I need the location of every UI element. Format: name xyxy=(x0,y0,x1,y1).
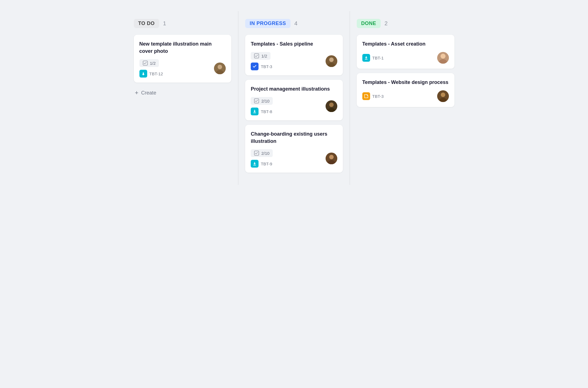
avatar xyxy=(326,55,337,67)
checklist-icon xyxy=(254,53,259,58)
card-inprogress-1[interactable]: Templates - Sales pipeline 1/2 xyxy=(245,35,343,75)
ticket-id: TBT-12 xyxy=(149,71,163,76)
svg-rect-19 xyxy=(365,59,368,59)
column-inprogress: IN PROGRESS 4 Templates - Sales pipeline… xyxy=(238,11,350,185)
inprogress-badge: IN PROGRESS xyxy=(245,19,291,28)
ticket-id: TBT-8 xyxy=(261,109,272,114)
checklist-count: 1/2 xyxy=(261,54,267,58)
card-done-1[interactable]: Templates - Asset creation TBT-1 xyxy=(357,35,454,69)
kanban-board: TO DO 1 New template illustration main c… xyxy=(127,11,461,185)
card-meta-left: 2/10 TBT-8 xyxy=(251,97,273,115)
todo-badge: TO DO xyxy=(134,19,159,28)
ticket-icon-yellow xyxy=(362,92,370,100)
card-title: Project management illustrations xyxy=(251,85,337,93)
avatar xyxy=(326,153,337,164)
ticket-icon-cyan xyxy=(139,70,147,78)
avatar-image xyxy=(437,90,449,102)
checklist-count: 1/2 xyxy=(150,61,156,66)
ticket-icon-cyan xyxy=(251,108,259,115)
column-inprogress-header: IN PROGRESS 4 xyxy=(245,19,343,28)
checklist-icon xyxy=(143,61,148,66)
card-meta-left: 1/2 TBT-12 xyxy=(139,59,163,78)
card-title: Templates - Asset creation xyxy=(362,40,449,48)
card-meta: 1/2 TBT-12 xyxy=(139,59,226,78)
avatar xyxy=(437,90,449,102)
column-done-header: DONE 2 xyxy=(357,19,454,28)
checklist-badge: 1/2 xyxy=(139,59,159,67)
ticket-id: TBT-3 xyxy=(261,64,272,69)
avatar xyxy=(214,63,226,74)
svg-point-7 xyxy=(329,58,334,62)
svg-point-24 xyxy=(441,93,445,97)
inprogress-count: 4 xyxy=(294,20,297,27)
avatar xyxy=(326,100,337,112)
done-badge: DONE xyxy=(357,19,381,28)
plus-icon: + xyxy=(135,89,139,96)
card-title: Templates - Website design process xyxy=(362,79,449,86)
svg-rect-15 xyxy=(253,165,256,165)
ticket-row: TBT-12 xyxy=(139,70,163,78)
ticket-icon-blue-check xyxy=(251,63,259,70)
ticket-row: TBT-9 xyxy=(251,160,273,168)
ticket-icon-cyan xyxy=(251,160,259,168)
ticket-id: TBT-9 xyxy=(261,161,272,166)
checklist-icon xyxy=(254,151,259,156)
avatar-image xyxy=(326,100,337,112)
column-done: DONE 2 Templates - Asset creation TBT-1 xyxy=(350,11,461,185)
checklist-count: 2/10 xyxy=(261,99,269,103)
card-meta: 2/10 TBT-9 xyxy=(251,149,337,168)
checklist-icon xyxy=(254,98,259,103)
column-todo: TO DO 1 New template illustration main c… xyxy=(127,11,239,185)
ticket-row: TBT-8 xyxy=(251,108,273,115)
card-meta-left: 1/2 TBT-3 xyxy=(251,52,272,70)
card-title: New template illustration main cover pho… xyxy=(139,40,226,55)
card-meta: TBT-1 xyxy=(362,52,449,64)
card-title: Change-boarding existing users illustrat… xyxy=(251,130,337,145)
card-done-2[interactable]: Templates - Website design process TBT-3 xyxy=(357,73,454,107)
svg-point-3 xyxy=(218,65,222,69)
done-count: 2 xyxy=(385,20,388,27)
svg-rect-1 xyxy=(142,74,144,75)
card-meta-left: TBT-1 xyxy=(362,54,384,62)
ticket-row: TBT-3 xyxy=(251,63,272,70)
card-todo-1[interactable]: New template illustration main cover pho… xyxy=(134,35,232,83)
checklist-badge: 1/2 xyxy=(251,52,270,60)
svg-rect-10 xyxy=(253,113,256,113)
card-meta-left: 2/10 TBT-9 xyxy=(251,149,273,168)
column-todo-header: TO DO 1 xyxy=(134,19,232,28)
svg-point-17 xyxy=(329,155,334,159)
ticket-id: TBT-3 xyxy=(372,94,384,99)
todo-count: 1 xyxy=(163,20,166,27)
svg-point-21 xyxy=(441,54,446,59)
avatar xyxy=(437,52,449,64)
card-title: Templates - Sales pipeline xyxy=(251,40,337,48)
checklist-badge: 2/10 xyxy=(251,149,273,157)
ticket-row: TBT-3 xyxy=(362,92,384,100)
ticket-icon-cyan xyxy=(362,54,370,62)
avatar-image xyxy=(326,55,337,67)
card-meta: 1/2 TBT-3 xyxy=(251,52,337,70)
ticket-row: TBT-1 xyxy=(362,54,384,62)
card-meta: TBT-3 xyxy=(362,90,449,102)
card-meta-left: TBT-3 xyxy=(362,92,384,100)
create-label: Create xyxy=(141,90,156,96)
card-inprogress-3[interactable]: Change-boarding existing users illustrat… xyxy=(245,125,343,173)
checklist-count: 2/10 xyxy=(261,151,269,156)
svg-point-12 xyxy=(329,103,334,107)
checklist-badge: 2/10 xyxy=(251,97,273,105)
card-inprogress-2[interactable]: Project management illustrations 2/10 xyxy=(245,80,343,120)
avatar-image xyxy=(326,153,337,164)
create-button[interactable]: + Create xyxy=(134,87,158,99)
ticket-id: TBT-1 xyxy=(372,56,384,60)
card-meta: 2/10 TBT-8 xyxy=(251,97,337,115)
avatar-image xyxy=(437,52,449,64)
avatar-image xyxy=(214,63,226,74)
